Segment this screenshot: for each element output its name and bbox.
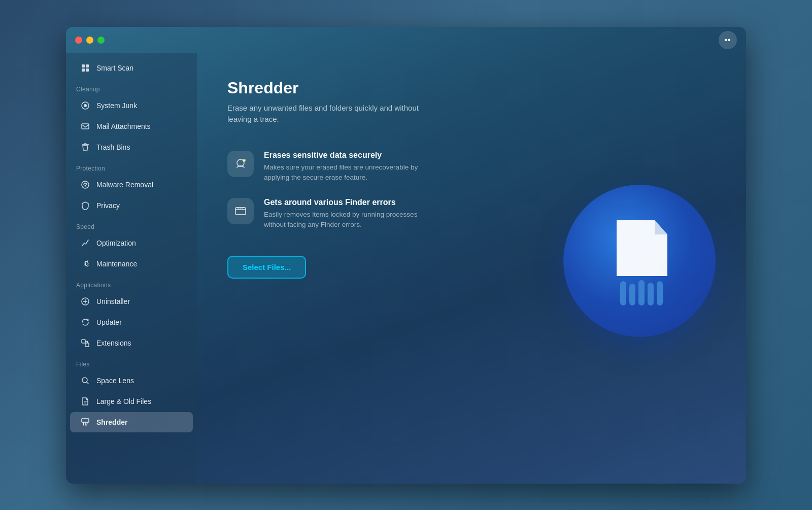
- svg-rect-1: [86, 64, 89, 67]
- svg-point-5: [84, 104, 87, 107]
- large-old-files-icon: [80, 396, 90, 406]
- sidebar-item-maintenance[interactable]: Maintenance: [70, 254, 193, 274]
- sidebar-item-uninstaller[interactable]: Uninstaller: [70, 291, 193, 312]
- extensions-icon: [80, 338, 90, 348]
- malware-removal-icon: [80, 180, 90, 190]
- sidebar-item-mail-attachments[interactable]: Mail Attachments: [70, 116, 193, 137]
- feature1-desc: Makes sure your erased files are unrecov…: [264, 162, 436, 183]
- sidebar-item-optimization[interactable]: Optimization: [70, 233, 193, 253]
- feature2-title: Gets around various Finder errors: [264, 198, 436, 207]
- maintenance-label: Maintenance: [96, 260, 137, 268]
- svg-rect-13: [82, 419, 89, 422]
- title-bar: ••: [66, 27, 746, 53]
- sidebar-item-large-old-files[interactable]: Large & Old Files: [70, 391, 193, 412]
- svg-rect-20: [620, 281, 626, 305]
- feature1-title: Erases sensitive data securely: [264, 151, 436, 160]
- more-options-button[interactable]: ••: [719, 31, 737, 49]
- sidebar-item-system-junk[interactable]: System Junk: [70, 95, 193, 116]
- sidebar-item-privacy[interactable]: Privacy: [70, 195, 193, 216]
- privacy-label: Privacy: [96, 201, 120, 210]
- feature2-icon: [227, 198, 254, 224]
- hero-circle: [563, 185, 716, 337]
- trash-bins-icon: [80, 142, 90, 152]
- select-files-button[interactable]: Select Files...: [227, 256, 306, 279]
- svg-point-9: [85, 263, 86, 264]
- shredder-sidebar-icon: [80, 417, 90, 427]
- space-lens-label: Space Lens: [96, 377, 134, 385]
- privacy-icon: [80, 200, 90, 211]
- extensions-label: Extensions: [96, 339, 131, 347]
- svg-rect-21: [629, 284, 635, 305]
- svg-rect-3: [86, 69, 89, 72]
- svg-rect-22: [638, 280, 645, 305]
- uninstaller-label: Uninstaller: [96, 297, 130, 305]
- feature2-desc: Easily removes items locked by running p…: [264, 210, 436, 230]
- protection-section-label: Protection: [66, 158, 197, 174]
- mail-attachments-icon: [80, 121, 90, 131]
- minimize-button[interactable]: [86, 37, 93, 44]
- uninstaller-icon: [80, 296, 90, 307]
- files-section-label: Files: [66, 354, 197, 370]
- svg-point-18: [240, 208, 241, 209]
- space-lens-icon: [80, 376, 90, 386]
- sidebar-item-smart-scan[interactable]: Smart Scan: [70, 58, 193, 78]
- traffic-lights: [75, 37, 105, 44]
- sidebar: Smart Scan Cleanup System Junk: [66, 53, 197, 484]
- feature1-icon: [227, 151, 254, 177]
- optimization-icon: [80, 238, 90, 248]
- smart-scan-label: Smart Scan: [96, 64, 133, 72]
- sidebar-item-malware-removal[interactable]: Malware Removal: [70, 175, 193, 195]
- optimization-label: Optimization: [96, 239, 136, 247]
- maximize-button[interactable]: [97, 37, 105, 44]
- mail-attachments-label: Mail Attachments: [96, 122, 151, 130]
- page-subtitle: Erase any unwanted files and folders qui…: [227, 103, 420, 125]
- svg-rect-11: [85, 343, 89, 347]
- page-title: Shredder: [227, 79, 716, 97]
- trash-bins-label: Trash Bins: [96, 143, 130, 151]
- svg-point-19: [242, 208, 243, 209]
- sidebar-item-updater[interactable]: Updater: [70, 312, 193, 332]
- svg-rect-2: [82, 69, 85, 72]
- app-window: •• Smart Scan: [66, 27, 746, 484]
- svg-rect-10: [82, 339, 85, 343]
- sidebar-item-extensions[interactable]: Extensions: [70, 333, 193, 353]
- content-area: Smart Scan Cleanup System Junk: [66, 53, 746, 484]
- feature2-text: Gets around various Finder errors Easily…: [264, 198, 436, 230]
- svg-rect-6: [82, 124, 89, 129]
- feature1-text: Erases sensitive data securely Makes sur…: [264, 151, 436, 183]
- main-content: Shredder Erase any unwanted files and fo…: [197, 53, 746, 484]
- feature-item-1: Erases sensitive data securely Makes sur…: [227, 151, 716, 183]
- svg-point-8: [85, 185, 86, 186]
- system-junk-icon: [80, 100, 90, 111]
- svg-rect-16: [235, 208, 246, 215]
- svg-point-7: [82, 181, 89, 188]
- speed-section-label: Speed: [66, 216, 197, 232]
- large-old-files-label: Large & Old Files: [96, 397, 151, 405]
- desktop: •• Smart Scan: [0, 0, 812, 510]
- maintenance-icon: [80, 259, 90, 269]
- svg-rect-23: [648, 283, 654, 305]
- svg-rect-24: [657, 281, 663, 305]
- applications-section-label: Applications: [66, 275, 197, 291]
- sidebar-item-shredder[interactable]: Shredder: [70, 412, 193, 432]
- hero-icon-area: [563, 185, 716, 337]
- close-button[interactable]: [75, 37, 82, 44]
- shredder-label: Shredder: [96, 418, 127, 426]
- svg-rect-0: [82, 64, 85, 67]
- updater-label: Updater: [96, 318, 122, 326]
- malware-removal-label: Malware Removal: [96, 181, 153, 189]
- sidebar-item-space-lens[interactable]: Space Lens: [70, 370, 193, 391]
- system-junk-label: System Junk: [96, 101, 137, 110]
- cleanup-section-label: Cleanup: [66, 79, 197, 95]
- sidebar-item-trash-bins[interactable]: Trash Bins: [70, 137, 193, 157]
- updater-icon: [80, 317, 90, 327]
- smart-scan-icon: [80, 63, 90, 73]
- svg-point-17: [238, 208, 239, 209]
